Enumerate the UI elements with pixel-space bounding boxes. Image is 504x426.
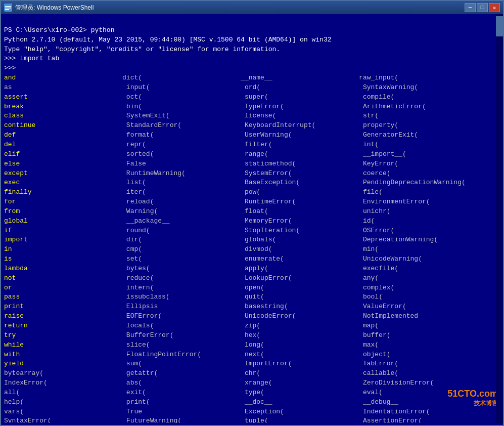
minimize-button[interactable]: ─ (465, 3, 476, 12)
svg-rect-1 (5, 8, 11, 9)
title-bar-left: 管理员: Windows PowerShell (4, 4, 94, 12)
type-help-line: Type "help", "copyright", "credits" or "… (4, 46, 280, 53)
terminal-body: PS C:\Users\xiro-002> python Python 2.7.… (1, 14, 503, 423)
svg-rect-0 (5, 6, 11, 7)
watermark-line2: 技术博客 (447, 399, 498, 408)
keywords-block: and dict( __name__ raw_input( as input( … (4, 74, 466, 423)
watermark: 51CTO.com 技术博客 (447, 389, 498, 408)
bottom-bar (1, 423, 503, 425)
watermark-line1: 51CTO.com (447, 389, 498, 399)
terminal-content: PS C:\Users\xiro-002> python Python 2.7.… (4, 16, 500, 423)
window-title: 管理员: Windows PowerShell (15, 4, 94, 12)
prompt-line-1: PS C:\Users\xiro-002> python (4, 26, 114, 34)
python-version-line: Python 2.7.10 (default, May 23 2015, 09:… (4, 36, 332, 44)
empty-prompt: >>> (4, 64, 16, 72)
title-bar: 管理员: Windows PowerShell ─ □ ✕ (1, 1, 503, 14)
scrollbar-thumb[interactable] (496, 16, 503, 36)
scrollbar[interactable] (496, 14, 503, 423)
window-icon (4, 4, 12, 12)
window: 管理员: Windows PowerShell ─ □ ✕ PS C:\User… (0, 0, 504, 426)
svg-rect-2 (5, 9, 9, 10)
close-button[interactable]: ✕ (489, 3, 500, 12)
import-tab-line: >>> import tab (4, 55, 59, 62)
maximize-button[interactable]: □ (477, 3, 488, 12)
title-bar-controls: ─ □ ✕ (465, 3, 500, 12)
